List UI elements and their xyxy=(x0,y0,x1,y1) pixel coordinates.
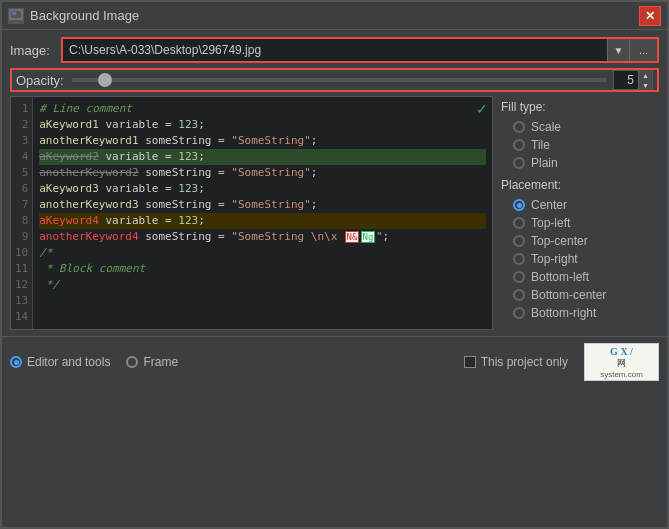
code-line-2: aKeyword1 variable = 123; xyxy=(39,117,486,133)
code-line-5: anotherKeyword2 someString = "SomeString… xyxy=(39,165,486,181)
radio-top-left-btn[interactable] xyxy=(513,217,525,229)
radio-bottom-left-btn[interactable] xyxy=(513,271,525,283)
radio-center-btn[interactable] xyxy=(513,199,525,211)
this-project-only-label: This project only xyxy=(481,355,568,369)
code-line-11: * Block comment xyxy=(39,261,486,277)
this-project-only-checkbox-item[interactable]: This project only xyxy=(464,355,568,369)
radio-top-right-label: Top-right xyxy=(531,252,578,266)
radio-center-label: Center xyxy=(531,198,567,212)
radio-top-right[interactable]: Top-right xyxy=(499,250,659,268)
opacity-value: 5 xyxy=(614,73,638,87)
radio-bottom-center[interactable]: Bottom-center xyxy=(499,286,659,304)
radio-tile-label: Tile xyxy=(531,138,550,152)
close-button[interactable]: ✕ xyxy=(639,6,661,26)
radio-center[interactable]: Center xyxy=(499,196,659,214)
radio-bottom-right-btn[interactable] xyxy=(513,307,525,319)
code-line-4: aKeyword2 variable = 123; xyxy=(39,149,486,165)
radio-frame[interactable]: Frame xyxy=(126,355,178,369)
line-numbers: 12345 678910 11121314 xyxy=(11,97,33,329)
radio-top-right-btn[interactable] xyxy=(513,253,525,265)
radio-bottom-left[interactable]: Bottom-left xyxy=(499,268,659,286)
code-line-8: aKeyword4 variable = 123; xyxy=(39,213,486,229)
radio-top-center-label: Top-center xyxy=(531,234,588,248)
image-row: Image: ▼ ... xyxy=(10,36,659,64)
radio-bottom-left-label: Bottom-left xyxy=(531,270,589,284)
image-label: Image: xyxy=(10,43,55,58)
image-path-input[interactable] xyxy=(63,39,607,61)
code-line-7: anotherKeyword3 someString = "SomeString… xyxy=(39,197,486,213)
radio-bottom-right[interactable]: Bottom-right xyxy=(499,304,659,322)
opacity-up-button[interactable]: ▲ xyxy=(638,70,652,80)
image-dropdown-button[interactable]: ▼ xyxy=(607,39,629,61)
radio-tile-btn[interactable] xyxy=(513,139,525,151)
opacity-value-wrapper: 5 ▲ ▼ xyxy=(613,70,653,90)
title-bar-title: Background Image xyxy=(30,8,639,23)
image-browse-button[interactable]: ... xyxy=(629,39,657,61)
code-line-3: anotherKeyword1 someString = "SomeString… xyxy=(39,133,486,149)
editor-settings-row: 12345 678910 11121314 # Line comment aKe… xyxy=(10,96,659,330)
radio-top-left-label: Top-left xyxy=(531,216,570,230)
radio-editor-tools-btn[interactable] xyxy=(10,356,22,368)
radio-bottom-right-label: Bottom-right xyxy=(531,306,596,320)
code-area[interactable]: # Line comment aKeyword1 variable = 123;… xyxy=(33,97,492,329)
settings-panel: Fill type: Scale Tile Plain Placement: xyxy=(499,96,659,330)
code-line-12: */ xyxy=(39,277,486,293)
code-line-14 xyxy=(39,309,486,325)
radio-scale-btn[interactable] xyxy=(513,121,525,133)
code-line-13 xyxy=(39,293,486,309)
radio-scale-label: Scale xyxy=(531,120,561,134)
opacity-slider[interactable] xyxy=(72,78,607,82)
radio-top-center[interactable]: Top-center xyxy=(499,232,659,250)
placement-label: Placement: xyxy=(501,178,659,192)
radio-editor-tools-label: Editor and tools xyxy=(27,355,110,369)
this-project-only-checkbox[interactable] xyxy=(464,356,476,368)
radio-top-left[interactable]: Top-left xyxy=(499,214,659,232)
inline-icon-1: N& xyxy=(345,231,359,243)
title-bar: Background Image ✕ xyxy=(2,2,667,30)
radio-frame-label: Frame xyxy=(143,355,178,369)
radio-plain-label: Plain xyxy=(531,156,558,170)
radio-scale[interactable]: Scale xyxy=(499,118,659,136)
opacity-down-button[interactable]: ▼ xyxy=(638,80,652,90)
main-content: Image: ▼ ... Opacity: 5 ▲ ▼ xyxy=(2,30,667,336)
code-line-9: anotherKeyword4 someString = "SomeString… xyxy=(39,229,486,245)
radio-plain[interactable]: Plain xyxy=(499,154,659,172)
radio-frame-btn[interactable] xyxy=(126,356,138,368)
code-line-6: aKeyword3 variable = 123; xyxy=(39,181,486,197)
image-input-wrapper: ▼ ... xyxy=(61,37,659,63)
watermark: G X / 网 system.com xyxy=(584,343,659,381)
radio-top-center-btn[interactable] xyxy=(513,235,525,247)
radio-editor-tools[interactable]: Editor and tools xyxy=(10,355,110,369)
fill-type-label: Fill type: xyxy=(501,100,659,114)
title-bar-icon xyxy=(8,8,24,24)
radio-plain-btn[interactable] xyxy=(513,157,525,169)
radio-bottom-center-label: Bottom-center xyxy=(531,288,606,302)
radio-tile[interactable]: Tile xyxy=(499,136,659,154)
opacity-spinners: ▲ ▼ xyxy=(638,70,652,90)
opacity-row: Opacity: 5 ▲ ▼ xyxy=(10,68,659,92)
code-line-1: # Line comment xyxy=(39,101,486,117)
inline-icon-2: Ng xyxy=(361,231,375,243)
code-line-10: /* xyxy=(39,245,486,261)
opacity-label: Opacity: xyxy=(16,73,66,88)
code-editor: 12345 678910 11121314 # Line comment aKe… xyxy=(10,96,493,330)
checkmark-icon: ✓ xyxy=(476,101,488,117)
svg-rect-1 xyxy=(12,12,16,15)
bottom-bar: Editor and tools Frame This project only… xyxy=(2,336,667,387)
radio-bottom-center-btn[interactable] xyxy=(513,289,525,301)
opacity-slider-wrapper xyxy=(72,78,607,82)
